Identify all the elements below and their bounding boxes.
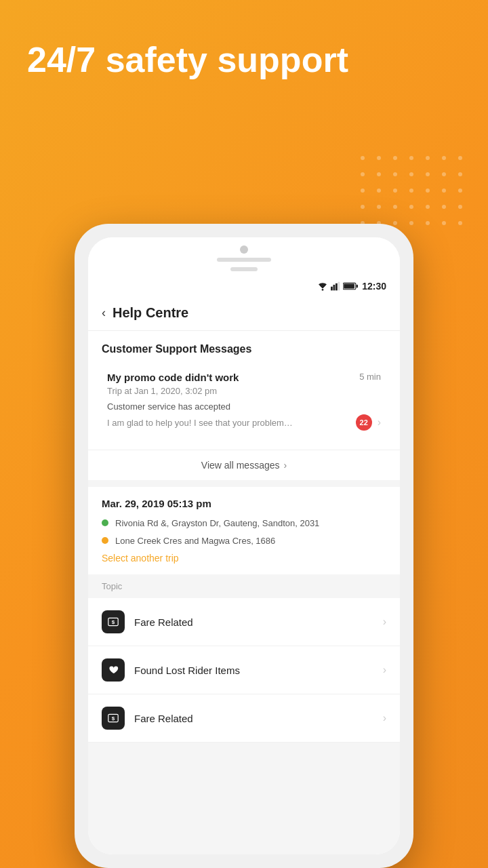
support-section: Customer Support Messages My promo code …: [88, 331, 400, 480]
svg-text:$: $: [112, 620, 115, 626]
svg-rect-4: [338, 282, 340, 291]
message-title: My promo code didn't work: [107, 372, 239, 383]
view-all-messages-button[interactable]: View all messages ›: [88, 450, 400, 480]
fare-related-icon: $: [102, 610, 125, 633]
signal-icon: [331, 281, 340, 291]
home-button-bar: [230, 267, 258, 271]
message-chevron-icon: ›: [378, 416, 381, 429]
topic-section: Topic $ Fare Related ›: [88, 574, 400, 743]
pickup-dot-icon: [102, 519, 108, 526]
battery-icon: [343, 282, 358, 290]
status-icons: [317, 281, 358, 291]
header-title: Help Centre: [113, 305, 188, 321]
trip-card: Mar. 29, 2019 05:13 pm Rivonia Rd &, Gra…: [88, 487, 400, 574]
view-all-chevron-icon: ›: [284, 460, 287, 471]
support-section-title: Customer Support Messages: [88, 331, 400, 362]
svg-point-0: [322, 289, 324, 291]
dropoff-address: Lone Creek Cres and Magwa Cres, 1686: [115, 535, 275, 547]
dropoff-dot-icon: [102, 537, 108, 544]
topic-item-fare-related[interactable]: $ Fare Related ›: [88, 598, 400, 646]
trip-dropoff: Lone Creek Cres and Magwa Cres, 1686: [102, 535, 386, 547]
trip-date: Mar. 29, 2019 05:13 pm: [102, 498, 386, 509]
phone-frame: 12:30 ‹ Help Centre Customer Support Mes…: [75, 224, 413, 868]
svg-rect-7: [344, 283, 354, 288]
message-header: My promo code didn't work 5 min: [107, 372, 381, 383]
message-trip: Trip at Jan 1, 2020, 3:02 pm: [107, 386, 381, 396]
hero-title: 24/7 safety support: [27, 41, 366, 79]
app-header: ‹ Help Centre: [88, 296, 400, 331]
found-lost-icon: [102, 658, 125, 682]
decorative-dots: [361, 156, 468, 231]
fare-related-label: Fare Related: [134, 616, 373, 628]
status-bar: 12:30: [88, 277, 400, 296]
topic-header: Topic: [88, 574, 400, 598]
topic-item-fare-related-2[interactable]: $ Fare Related ›: [88, 694, 400, 743]
message-time: 5 min: [359, 372, 381, 382]
svg-rect-6: [357, 285, 358, 288]
phone-top-bar: [88, 237, 400, 277]
svg-rect-2: [333, 285, 336, 290]
message-preview-row: I am glad to help you! I see that your p…: [107, 414, 381, 431]
fare-related-chevron-icon: ›: [383, 616, 386, 628]
found-lost-chevron-icon: ›: [383, 664, 386, 676]
unread-badge: 22: [356, 414, 372, 431]
message-card-wrapper: My promo code didn't work 5 min Trip at …: [88, 362, 400, 450]
pickup-address: Rivonia Rd &, Grayston Dr, Gauteng, Sand…: [115, 517, 319, 530]
view-all-label: View all messages: [201, 460, 280, 471]
message-agent: Customer service has accepted: [107, 401, 381, 412]
found-lost-label: Found Lost Rider Items: [134, 665, 373, 676]
message-preview: I am glad to help you! I see that your p…: [107, 418, 356, 428]
back-button[interactable]: ‹: [102, 306, 106, 320]
select-trip-button[interactable]: Select another trip: [102, 553, 386, 564]
status-time: 12:30: [362, 281, 386, 292]
camera-dot: [240, 245, 248, 254]
fare-related-2-label: Fare Related: [134, 713, 373, 724]
trip-pickup: Rivonia Rd &, Grayston Dr, Gauteng, Sand…: [102, 517, 386, 530]
svg-rect-1: [331, 287, 333, 291]
fare-related-2-chevron-icon: ›: [383, 712, 386, 724]
speaker-bar: [217, 258, 271, 262]
topic-item-found-lost[interactable]: Found Lost Rider Items ›: [88, 646, 400, 694]
fare-related-2-icon: $: [102, 707, 125, 730]
wifi-icon: [317, 281, 328, 291]
screen-content[interactable]: ‹ Help Centre Customer Support Messages …: [88, 296, 400, 854]
svg-text:$: $: [112, 716, 115, 722]
svg-rect-3: [336, 283, 338, 291]
message-card[interactable]: My promo code didn't work 5 min Trip at …: [98, 362, 390, 440]
